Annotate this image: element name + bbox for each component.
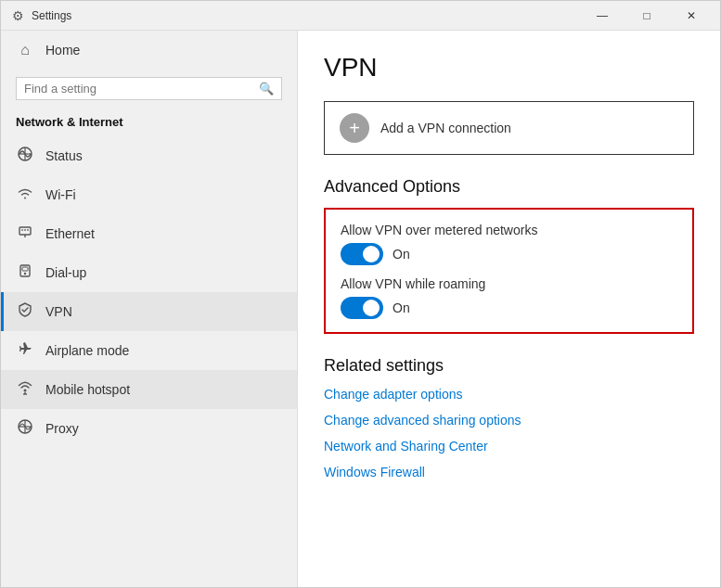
sidebar-item-vpn[interactable]: VPN <box>1 292 297 331</box>
hotspot-icon <box>16 379 34 400</box>
sidebar-item-label: Ethernet <box>45 226 95 241</box>
home-icon: ⌂ <box>16 42 34 58</box>
toggle1-label: Allow VPN over metered networks <box>341 223 677 237</box>
search-icon: 🔍 <box>259 82 274 96</box>
search-input[interactable] <box>24 82 259 96</box>
sidebar-item-dialup[interactable]: Dial-up <box>1 253 297 292</box>
main-area: VPN + Add a VPN connection Advanced Opti… <box>298 31 720 587</box>
sidebar-item-label: Proxy <box>45 421 79 436</box>
toggle2-switch[interactable] <box>341 297 383 319</box>
maximize-button[interactable]: □ <box>625 1 668 31</box>
sidebar-item-label: Mobile hotspot <box>45 382 130 397</box>
toggle2-control: On <box>341 297 677 319</box>
toggle2-thumb <box>363 300 380 316</box>
content-area: ⌂ Home 🔍 Network & Internet Status <box>1 31 720 587</box>
home-label: Home <box>45 43 80 58</box>
sidebar-item-status[interactable]: Status <box>1 136 297 175</box>
page-title: VPN <box>324 53 694 83</box>
toggle2-value: On <box>393 300 410 315</box>
title-bar: ⚙ Settings — □ ✕ <box>1 1 720 31</box>
toggle2-label: Allow VPN while roaming <box>341 276 677 291</box>
toggle1-value: On <box>393 247 410 262</box>
title-bar-left: ⚙ Settings <box>12 8 71 23</box>
sidebar-item-label: Airplane mode <box>45 343 129 358</box>
svg-rect-4 <box>22 267 28 271</box>
ethernet-icon <box>16 224 34 244</box>
add-vpn-label: Add a VPN connection <box>380 121 511 135</box>
status-icon <box>16 146 34 166</box>
toggle-roaming: Allow VPN while roaming On <box>341 276 677 319</box>
toggle1-thumb <box>363 246 380 262</box>
sidebar-section-label: Network & Internet <box>1 111 297 136</box>
settings-window: ⚙ Settings — □ ✕ ⌂ Home 🔍 Network & Inte… <box>0 0 721 588</box>
sidebar-item-hotspot[interactable]: Mobile hotspot <box>1 370 297 409</box>
toggle1-switch[interactable] <box>341 243 383 265</box>
window-title: Settings <box>32 9 71 22</box>
dialup-icon <box>16 262 34 283</box>
vpn-icon <box>16 301 34 322</box>
proxy-icon <box>16 418 34 439</box>
link-network-sharing-center[interactable]: Network and Sharing Center <box>324 439 694 454</box>
add-vpn-button[interactable]: + Add a VPN connection <box>324 101 694 155</box>
close-button[interactable]: ✕ <box>670 1 713 31</box>
sidebar-item-airplane[interactable]: Airplane mode <box>1 331 297 370</box>
sidebar-item-proxy[interactable]: Proxy <box>1 409 297 448</box>
link-change-adapter[interactable]: Change adapter options <box>324 387 694 402</box>
toggle1-control: On <box>341 243 677 265</box>
airplane-icon <box>16 340 34 361</box>
svg-point-5 <box>24 390 27 392</box>
sidebar-item-ethernet[interactable]: Ethernet <box>1 214 297 253</box>
sidebar-item-label: VPN <box>45 304 72 319</box>
link-change-advanced-sharing[interactable]: Change advanced sharing options <box>324 413 694 428</box>
related-settings-heading: Related settings <box>324 356 694 376</box>
sidebar-item-home[interactable]: ⌂ Home <box>1 31 297 70</box>
sidebar-item-label: Wi-Fi <box>45 187 76 202</box>
minimize-button[interactable]: — <box>581 1 624 31</box>
svg-point-3 <box>24 273 26 275</box>
wifi-icon <box>16 185 34 205</box>
plus-icon: + <box>340 113 369 143</box>
toggle-metered-networks: Allow VPN over metered networks On <box>341 223 677 265</box>
title-bar-controls: — □ ✕ <box>581 1 713 31</box>
sidebar-item-label: Dial-up <box>45 265 86 280</box>
sidebar-item-label: Status <box>45 148 83 163</box>
sidebar: ⌂ Home 🔍 Network & Internet Status <box>1 31 298 587</box>
search-box[interactable]: 🔍 <box>16 77 282 100</box>
settings-icon: ⚙ <box>12 8 24 23</box>
sidebar-item-wifi[interactable]: Wi-Fi <box>1 175 297 214</box>
advanced-options-heading: Advanced Options <box>324 177 694 197</box>
link-windows-firewall[interactable]: Windows Firewall <box>324 465 694 479</box>
advanced-options-box: Allow VPN over metered networks On Allow… <box>324 208 694 334</box>
